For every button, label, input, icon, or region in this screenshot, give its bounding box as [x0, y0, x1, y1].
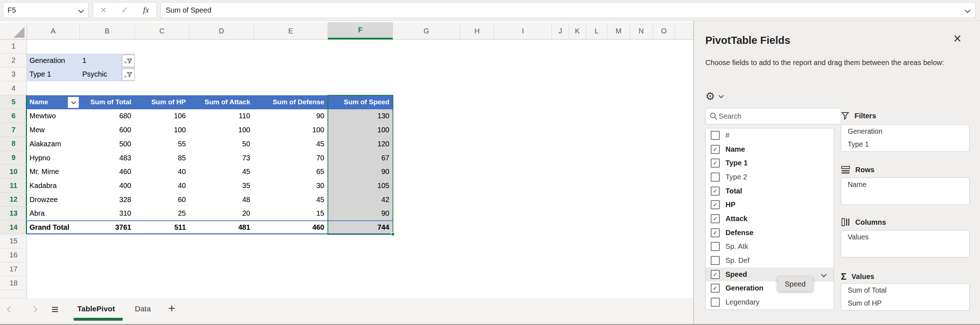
formula-bar[interactable]: Sum of Speed	[160, 2, 976, 18]
column-header-n[interactable]: N	[630, 22, 653, 40]
column-header-a[interactable]: A	[27, 22, 80, 40]
pivot-data-cell[interactable]: 483	[80, 151, 135, 165]
gear-icon[interactable]: ⚙	[705, 90, 715, 102]
checkbox-checked[interactable]: ✓	[711, 284, 720, 293]
column-header-j[interactable]: J	[552, 22, 569, 40]
pivot-grand-total-cell[interactable]: 3761	[80, 220, 135, 234]
field-item-speed[interactable]: ✓Speed	[706, 268, 834, 282]
pivot-grand-total-cell[interactable]: 481	[189, 220, 254, 234]
pivot-data-cell[interactable]: 30	[254, 179, 328, 193]
row-header-5[interactable]: 5	[0, 95, 27, 109]
row-header-11[interactable]: 11	[0, 179, 27, 193]
values-area-box[interactable]: Sum of TotalSum of HP	[841, 283, 970, 311]
field-item-type-1[interactable]: ✓Type 1	[706, 156, 834, 170]
row-header-15[interactable]: 15	[0, 234, 27, 249]
row-header-3[interactable]: 3	[0, 67, 27, 81]
pivot-data-cell[interactable]: 100	[135, 123, 189, 137]
pivot-grand-total-cell[interactable]: 460	[254, 220, 328, 234]
area-item-generation[interactable]: Generation	[841, 125, 969, 138]
area-item-name[interactable]: Name	[841, 178, 969, 191]
column-header-i[interactable]: I	[494, 22, 552, 40]
pivot-data-cell[interactable]: 400	[80, 179, 135, 193]
close-icon[interactable]: ×	[953, 32, 961, 45]
pivot-data-cell[interactable]: 50	[189, 137, 254, 151]
pivot-data-cell[interactable]: 20	[189, 207, 254, 221]
pivot-data-cell[interactable]: Alakazam	[27, 137, 80, 151]
row-header-4[interactable]: 4	[0, 81, 27, 95]
column-header-o[interactable]: O	[653, 22, 675, 40]
checkbox-checked[interactable]: ✓	[711, 270, 720, 279]
rows-area-box[interactable]: Name	[841, 178, 970, 205]
pivot-data-cell[interactable]: 48	[189, 193, 254, 207]
pivot-data-cell[interactable]: 35	[189, 179, 254, 193]
pivot-data-cell[interactable]: 310	[80, 207, 135, 221]
formula-bar-expand-icon[interactable]	[965, 7, 970, 13]
pivot-data-cell[interactable]: 100	[328, 123, 393, 137]
checkbox-checked[interactable]: ✓	[711, 214, 720, 223]
field-item-sp-atk[interactable]: Sp. Atk	[706, 240, 834, 254]
pivot-data-cell[interactable]: Mew	[27, 123, 80, 137]
column-header-c[interactable]: C	[135, 22, 189, 40]
field-item-sp-def[interactable]: Sp. Def	[706, 253, 834, 268]
selection-fill-handle[interactable]	[391, 232, 395, 236]
field-item-total[interactable]: ✓Total	[706, 184, 834, 198]
pivot-data-cell[interactable]: 105	[328, 179, 393, 193]
filter-dropdown-button[interactable]	[122, 55, 135, 67]
row-header-17[interactable]: 17	[0, 263, 27, 276]
column-header-l[interactable]: L	[586, 22, 608, 40]
tab-tablepivot[interactable]: TablePivot	[77, 304, 115, 313]
cancel-icon[interactable]: ×	[100, 5, 106, 15]
pivot-data-cell[interactable]: 100	[189, 123, 254, 137]
pivot-data-cell[interactable]: Abra	[27, 207, 80, 221]
field-item-name[interactable]: ✓Name	[706, 142, 834, 156]
name-box-chevron-icon[interactable]	[78, 7, 84, 13]
name-filter-dropdown-button[interactable]	[68, 97, 79, 108]
pivot-data-cell[interactable]: 90	[328, 207, 393, 221]
pivot-data-cell[interactable]: 90	[328, 165, 393, 179]
column-header-m[interactable]: M	[608, 22, 630, 40]
pivot-data-cell[interactable]: 45	[189, 165, 254, 179]
checkbox-checked[interactable]: ✓	[711, 200, 720, 209]
filter-dropdown-button[interactable]	[122, 68, 135, 81]
checkbox-unchecked[interactable]	[711, 172, 720, 182]
row-header-14[interactable]: 14	[0, 220, 27, 234]
checkbox-unchecked[interactable]	[711, 256, 720, 265]
column-header-f[interactable]: F	[328, 22, 393, 40]
field-item-legendary[interactable]: Legendary	[706, 295, 834, 309]
column-header-k[interactable]: K	[569, 22, 586, 40]
pivot-data-cell[interactable]: 106	[135, 109, 189, 123]
row-header-10[interactable]: 10	[0, 165, 27, 179]
field-item--[interactable]: #	[706, 128, 834, 142]
row-header-7[interactable]: 7	[0, 123, 27, 137]
pivot-data-cell[interactable]: Drowzee	[27, 193, 80, 207]
pivot-data-cell[interactable]: Kadabra	[27, 179, 80, 193]
pivot-data-cell[interactable]: 680	[80, 109, 135, 123]
row-header-12[interactable]: 12	[0, 193, 27, 207]
pivot-data-cell[interactable]: 40	[135, 179, 189, 193]
area-item-sum-of-total[interactable]: Sum of Total	[841, 284, 969, 296]
row-header-9[interactable]: 9	[0, 151, 27, 165]
column-header-h[interactable]: H	[460, 22, 494, 40]
pivot-data-cell[interactable]: 45	[254, 137, 328, 151]
checkbox-checked[interactable]: ✓	[711, 145, 720, 154]
search-input[interactable]	[718, 112, 837, 121]
pivot-data-cell[interactable]: 73	[189, 151, 254, 165]
enter-icon[interactable]: ✓	[121, 6, 128, 14]
pivot-grand-total-cell[interactable]: 511	[135, 220, 189, 234]
checkbox-unchecked[interactable]	[711, 242, 720, 251]
row-header-6[interactable]: 6	[0, 109, 27, 123]
pivot-data-cell[interactable]: 25	[135, 207, 189, 221]
checkbox-checked[interactable]: ✓	[711, 159, 720, 167]
tab-data[interactable]: Data	[135, 304, 151, 313]
row-header-18[interactable]: 18	[0, 276, 27, 290]
column-header-b[interactable]: B	[80, 22, 135, 40]
field-item-generation[interactable]: ✓Generation	[706, 282, 834, 296]
pivot-grand-total-cell[interactable]: Grand Total	[27, 220, 80, 234]
field-search[interactable]	[705, 108, 841, 124]
row-header-1[interactable]: 1	[0, 40, 27, 54]
pivot-data-cell[interactable]: Mr. Mime	[27, 165, 80, 179]
row-header-13[interactable]: 13	[0, 207, 27, 221]
add-sheet-button[interactable]: +	[168, 302, 175, 315]
columns-area-box[interactable]: Values	[841, 230, 970, 257]
pivot-data-cell[interactable]: 85	[135, 151, 189, 165]
